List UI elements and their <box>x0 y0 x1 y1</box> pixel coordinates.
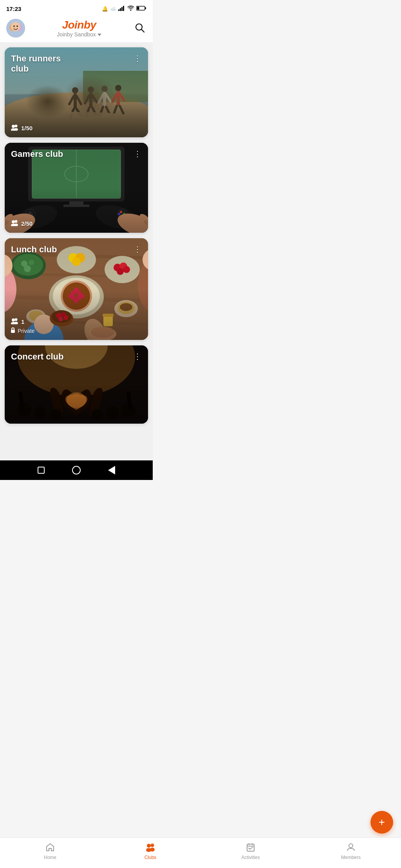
private-label: Private <box>18 328 35 334</box>
app-header: Joinby Joinby Sandbox <box>0 16 153 43</box>
alarm-icon: 🔔 <box>102 6 108 12</box>
members-text: 1/50 <box>21 125 33 131</box>
status-bar: 17:23 🔔 ☁️ <box>0 0 153 16</box>
lock-icon <box>10 327 16 334</box>
club-footer: 1 Private <box>10 318 35 334</box>
workspace-name: Joinby Sandbox <box>57 31 96 38</box>
svg-rect-2 <box>121 7 123 11</box>
avatar[interactable] <box>6 19 25 38</box>
svg-point-44 <box>12 125 15 128</box>
svg-point-46 <box>15 125 18 128</box>
status-time: 17:23 <box>6 5 21 12</box>
battery-icon <box>136 5 146 12</box>
people-icon <box>10 124 19 132</box>
svg-point-10 <box>11 22 20 31</box>
svg-rect-5 <box>145 7 146 9</box>
svg-point-133 <box>15 318 18 321</box>
club-title: Lunch club <box>11 244 57 255</box>
club-title: Gamers club <box>11 149 63 159</box>
club-card-runners[interactable]: The runnersclub ⋮ 1/50 <box>5 47 148 137</box>
search-button[interactable] <box>133 21 146 36</box>
chevron-down-icon <box>98 34 101 36</box>
club-menu-button[interactable]: ⋮ <box>132 52 143 65</box>
workspace-selector[interactable]: Joinby Sandbox <box>57 31 101 38</box>
members-text: 1 <box>21 318 24 325</box>
club-menu-button[interactable]: ⋮ <box>132 147 143 160</box>
back-icon <box>108 466 115 474</box>
club-footer: 2/50 <box>10 220 33 227</box>
svg-point-76 <box>14 224 18 226</box>
header-center: Joinby Joinby Sandbox <box>57 19 101 38</box>
people-icon <box>10 220 19 227</box>
members-text: 2/50 <box>21 220 33 227</box>
svg-rect-1 <box>120 8 121 11</box>
svg-rect-135 <box>11 330 15 333</box>
square-icon <box>38 467 45 474</box>
club-members-count: 2/50 <box>10 220 33 227</box>
clubs-list: The runnersclub ⋮ 1/50 <box>0 43 153 460</box>
club-private-badge: Private <box>10 327 35 334</box>
svg-point-12 <box>16 25 18 27</box>
system-back-button[interactable] <box>107 465 116 475</box>
svg-rect-0 <box>118 9 119 11</box>
svg-point-73 <box>12 220 15 223</box>
svg-point-131 <box>12 318 15 322</box>
cloud-icon: ☁️ <box>110 6 116 12</box>
club-card-concert[interactable]: Concert club ⋮ <box>5 345 148 424</box>
club-title: The runnersclub <box>11 54 61 74</box>
svg-point-134 <box>14 322 18 325</box>
club-card-gamers[interactable]: Gamers club ⋮ 2/50 <box>5 143 148 233</box>
system-nav-bar <box>0 460 153 480</box>
wifi-icon <box>127 5 134 12</box>
svg-rect-3 <box>123 6 124 11</box>
people-icon <box>10 318 19 325</box>
club-members-count: 1/50 <box>10 124 33 132</box>
svg-rect-6 <box>137 7 139 9</box>
club-footer: 1/50 <box>10 124 33 132</box>
system-square-button[interactable] <box>36 465 46 475</box>
club-members-count: 1 <box>10 318 35 325</box>
circle-icon <box>72 466 81 474</box>
club-menu-button[interactable]: ⋮ <box>132 243 143 255</box>
svg-point-47 <box>14 128 18 131</box>
system-home-button[interactable] <box>72 465 81 475</box>
svg-line-14 <box>141 29 144 32</box>
app-logo: Joinby <box>62 19 96 31</box>
club-card-lunch[interactable]: Lunch club ⋮ 1 <box>5 238 148 340</box>
club-menu-button[interactable]: ⋮ <box>132 350 143 363</box>
status-icons: 🔔 ☁️ <box>102 5 146 12</box>
svg-point-11 <box>13 25 15 27</box>
svg-point-75 <box>15 220 18 223</box>
signal-icon <box>118 5 125 12</box>
club-title: Concert club <box>11 352 63 362</box>
